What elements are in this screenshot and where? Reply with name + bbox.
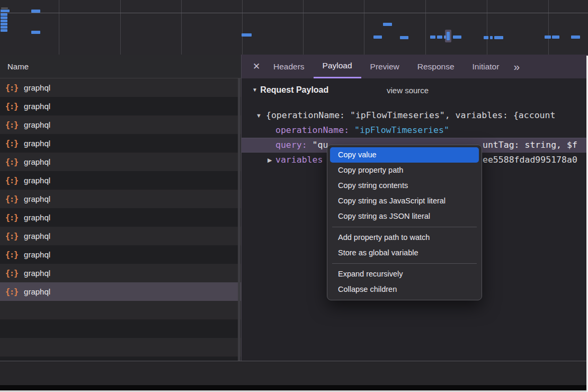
json-type-icon: {:} — [5, 269, 18, 278]
timeline-request-bar — [1, 29, 7, 32]
name-column-header[interactable]: Name — [0, 55, 241, 78]
json-type-icon: {:} — [5, 213, 18, 222]
tab-response[interactable]: Response — [408, 55, 464, 78]
timeline-request-bar — [1, 10, 10, 12]
timeline-rule — [0, 13, 588, 13]
timeline-gridline — [487, 0, 487, 55]
request-row[interactable]: {:}graphql — [0, 190, 241, 208]
property-value-clipped: ee5588fdad995178a0 — [483, 153, 577, 167]
empty-row — [0, 319, 241, 338]
empty-row — [0, 301, 241, 319]
tab-initiator[interactable]: Initiator — [464, 55, 509, 78]
timeline-request-bar — [31, 31, 40, 34]
section-title: Request Payload — [260, 85, 328, 94]
timeline-request-bar — [430, 35, 435, 39]
request-name-label: graphql — [24, 194, 50, 203]
json-type-icon: {:} — [5, 83, 18, 93]
request-name-label: graphql — [24, 120, 50, 129]
timeline-request-bar — [1, 16, 7, 19]
timeline-request-bar — [1, 7, 8, 9]
view-source-link[interactable]: view source — [387, 86, 429, 95]
timeline-request-bar — [552, 35, 559, 39]
json-type-icon: {:} — [5, 194, 18, 204]
request-row[interactable]: {:}graphql — [0, 115, 241, 134]
tree-row-operationname[interactable]: operationName: "ipFlowTimeseries" — [242, 123, 588, 138]
timeline-request-bar — [1, 13, 7, 16]
timeline-request-bar — [437, 35, 442, 39]
timeline-marker-bar — [447, 32, 450, 40]
request-row[interactable]: {:}graphql — [0, 153, 241, 171]
request-row[interactable]: {:}graphql — [0, 208, 241, 227]
menu-item-expand-recursively[interactable]: Expand recursively — [330, 266, 479, 282]
timeline-request-bar — [571, 35, 580, 39]
timeline-request-bar — [400, 36, 408, 39]
timeline-gridline — [59, 0, 59, 55]
request-name-label: graphql — [24, 269, 50, 278]
request-table: Name {:}graphql{:}graphql{:}graphql{:}gr… — [0, 55, 241, 361]
name-column-label: Name — [7, 62, 29, 71]
request-name-label: graphql — [24, 176, 50, 185]
json-type-icon: {:} — [5, 139, 18, 148]
menu-item-copy-property-path[interactable]: Copy property path — [330, 163, 479, 178]
menu-item-copy-string-contents[interactable]: Copy string contents — [330, 178, 479, 193]
expander-right-icon[interactable]: ▶ — [268, 153, 272, 167]
request-row[interactable]: {:}graphql — [0, 171, 241, 190]
request-row[interactable]: {:}graphql — [0, 78, 241, 97]
property-key: query: — [275, 140, 313, 150]
request-name-label: graphql — [24, 213, 50, 222]
timeline-request-bar — [484, 36, 488, 39]
menu-item-copy-string-as-json-literal[interactable]: Copy string as JSON literal — [330, 209, 479, 224]
json-type-icon: {:} — [5, 287, 18, 297]
timeline-gridline — [181, 0, 182, 55]
timeline-request-bar — [453, 35, 461, 39]
timeline-gridline — [364, 0, 364, 55]
request-name-label: graphql — [24, 157, 50, 166]
request-row[interactable]: {:}graphql — [0, 227, 241, 245]
property-value-start: "qu — [313, 140, 328, 150]
timeline-request-bar — [545, 35, 551, 39]
timeline-gridline — [242, 0, 243, 55]
timeline-request-bar — [1, 20, 7, 22]
menu-item-store-as-global-variable[interactable]: Store as global variable — [330, 245, 479, 261]
request-name-label: graphql — [24, 83, 50, 92]
menu-item-copy-value[interactable]: Copy value — [330, 147, 479, 163]
request-row[interactable]: {:}graphql — [0, 97, 241, 115]
timeline-request-bar — [490, 36, 493, 39]
menu-item-add-property-path-to-watch[interactable]: Add property path to watch — [330, 230, 479, 245]
menu-item-copy-string-as-javascript-literal[interactable]: Copy string as JavaScript literal — [330, 193, 479, 209]
request-row[interactable]: {:}graphql — [0, 264, 241, 282]
empty-row — [0, 338, 241, 357]
timeline-request-bar — [242, 33, 252, 37]
empty-row — [0, 357, 241, 361]
expander-down-icon[interactable]: ▼ — [256, 108, 262, 123]
close-icon[interactable]: ✕ — [248, 55, 264, 78]
menu-item-collapse-children[interactable]: Collapse children — [330, 282, 479, 297]
root-object-preview: {operationName: "ipFlowTimeseries", vari… — [266, 110, 555, 120]
tab-payload[interactable]: Payload — [314, 55, 361, 78]
more-tabs-icon[interactable]: » — [508, 55, 525, 78]
menu-separator — [332, 227, 477, 227]
menu-separator — [332, 263, 477, 264]
request-row[interactable]: {:}graphql — [0, 134, 241, 153]
timeline-gridline — [425, 0, 426, 55]
network-overview-timeline[interactable] — [0, 0, 588, 55]
tab-preview[interactable]: Preview — [361, 55, 408, 78]
chevron-double-right-icon: » — [513, 60, 520, 73]
timeline-request-bar — [1, 26, 7, 29]
request-row[interactable]: {:}graphql — [0, 245, 241, 264]
request-payload-section-header: ▼ Request Payload view source — [252, 85, 328, 95]
request-name-label: graphql — [24, 287, 50, 296]
request-list-scrollbar[interactable] — [238, 78, 240, 361]
timeline-gridline — [120, 0, 121, 55]
section-expander-icon[interactable]: ▼ — [252, 87, 257, 93]
json-type-icon: {:} — [5, 120, 18, 130]
property-key: variables — [275, 155, 323, 165]
request-row[interactable]: {:}graphql — [0, 282, 241, 301]
request-name-label: graphql — [24, 102, 50, 111]
timeline-request-bar — [383, 23, 392, 26]
json-type-icon: {:} — [5, 231, 18, 241]
tab-headers[interactable]: Headers — [264, 55, 314, 78]
property-value: "ipFlowTimeseries" — [354, 125, 449, 135]
window-bottom-bar — [0, 385, 588, 390]
tree-row-root[interactable]: ▼ {operationName: "ipFlowTimeseries", va… — [242, 108, 588, 123]
